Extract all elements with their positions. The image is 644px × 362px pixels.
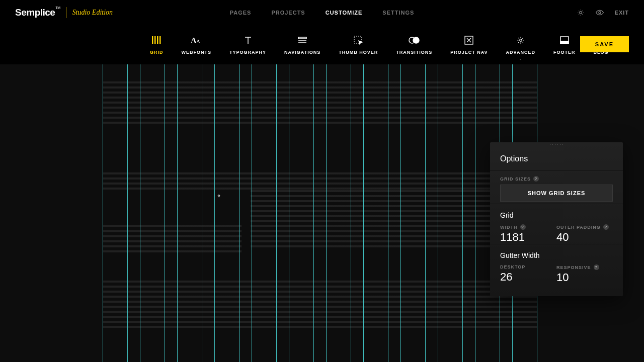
tool-navigations-label: NAVIGATIONS (284, 50, 320, 55)
help-icon[interactable]: ? (594, 264, 599, 270)
edition-label: Studio Edition (72, 9, 113, 17)
tool-advanced-label: ADVANCED (506, 50, 535, 55)
tool-transitions-label: TRANSITIONS (396, 50, 432, 55)
tool-footer[interactable]: FOOTER (544, 35, 585, 55)
tool-navigations[interactable]: NAVIGATIONS (275, 35, 330, 55)
gutter-subtitle: Gutter Width (490, 244, 623, 262)
nav-projects[interactable]: PROJECTS (271, 10, 305, 16)
advanced-icon (516, 35, 525, 46)
brand-tm: TM (55, 6, 60, 10)
svg-rect-8 (298, 37, 306, 39)
tool-webfonts-label: WEBFONTS (182, 50, 212, 55)
tool-advanced[interactable]: ADVANCED ⌄ (497, 35, 544, 55)
nav-pages[interactable]: PAGES (230, 10, 252, 16)
grid-column (438, 64, 463, 362)
tool-thumb-hover[interactable]: THUMB HOVER (330, 35, 387, 55)
help-icon[interactable]: ? (533, 176, 539, 182)
preview-icon[interactable] (596, 9, 604, 17)
help-icon[interactable]: ? (603, 224, 609, 230)
customize-toolbar: GRID AA WEBFONTS TYPOGRAPHY NAVIGATIONS … (0, 25, 644, 64)
panel-drag-handle[interactable] (490, 142, 623, 146)
grid-columns (103, 64, 537, 362)
grid-sizes-label: GRID SIZES? (500, 176, 613, 182)
outer-padding-label: OUTER PADDING? (556, 224, 613, 230)
grid-row: WIDTH? 1181 OUTER PADDING? 40 (490, 222, 623, 244)
width-value[interactable]: 1181 (500, 231, 556, 244)
top-nav: PAGES PROJECTS CUSTOMIZE SETTINGS (230, 10, 415, 16)
svg-rect-5 (159, 36, 161, 44)
nav-customize[interactable]: CUSTOMIZE (326, 10, 363, 16)
width-field[interactable]: WIDTH? 1181 (500, 224, 556, 244)
desktop-value[interactable]: 26 (500, 270, 556, 284)
gutter-row: DESKTOP 26 RESPONSIVE? 10 (490, 262, 623, 284)
help-icon[interactable]: ? (520, 224, 526, 230)
nav-settings[interactable]: SETTINGS (382, 10, 414, 16)
toolbar-tools: GRID AA WEBFONTS TYPOGRAPHY NAVIGATIONS … (141, 35, 617, 55)
svg-point-15 (519, 39, 522, 42)
tool-grid-label: GRID (150, 50, 164, 55)
svg-text:A: A (196, 38, 200, 44)
responsive-value[interactable]: 10 (556, 271, 613, 284)
brightness-icon[interactable] (577, 9, 585, 17)
grid-sizes-section: GRID SIZES? SHOW GRID SIZES (490, 170, 623, 204)
svg-point-0 (579, 12, 582, 14)
grid-icon (152, 35, 161, 46)
options-panel: Options GRID SIZES? SHOW GRID SIZES Grid… (490, 142, 623, 296)
tool-typography[interactable]: TYPOGRAPHY (220, 35, 275, 55)
save-button[interactable]: SAVE (580, 36, 629, 52)
outer-padding-field[interactable]: OUTER PADDING? 40 (556, 224, 613, 244)
svg-point-1 (599, 12, 601, 14)
brand-name: Semplice (15, 7, 55, 18)
grid-column (140, 64, 165, 362)
svg-rect-3 (154, 36, 156, 44)
tool-project-nav[interactable]: PROJECT NAV (441, 35, 497, 55)
tool-grid[interactable]: GRID (141, 35, 173, 55)
logo-area: SempliceTM Studio Edition (15, 7, 113, 18)
grid-column (103, 64, 128, 362)
svg-rect-4 (157, 36, 158, 44)
thumb-hover-icon (354, 35, 363, 46)
navigations-icon (298, 35, 307, 46)
panel-title: Options (490, 146, 623, 170)
grid-subtitle: Grid (490, 204, 623, 222)
grid-column (400, 64, 426, 362)
footer-icon (560, 35, 569, 46)
width-label: WIDTH? (500, 224, 556, 230)
grid-column (326, 64, 351, 362)
header-right: EXIT (577, 9, 629, 17)
tool-typography-label: TYPOGRAPHY (229, 50, 266, 55)
chevron-down-icon: ⌄ (519, 56, 522, 61)
tool-thumb-hover-label: THUMB HOVER (339, 50, 378, 55)
outer-padding-value[interactable]: 40 (556, 231, 613, 244)
svg-rect-2 (152, 36, 153, 44)
tool-transitions[interactable]: TRANSITIONS (387, 35, 441, 55)
tool-project-nav-label: PROJECT NAV (450, 50, 488, 55)
svg-point-13 (413, 37, 419, 43)
grid-column (214, 64, 239, 362)
logo-divider (66, 7, 66, 18)
project-nav-icon (464, 35, 473, 46)
desktop-field[interactable]: DESKTOP 26 (500, 264, 556, 284)
cursor-icon: ⌖ (217, 193, 220, 199)
webfonts-icon: AA (191, 35, 202, 46)
grid-column (177, 64, 202, 362)
grid-column (252, 64, 277, 362)
responsive-field[interactable]: RESPONSIVE? 10 (556, 264, 613, 284)
tool-footer-label: FOOTER (553, 50, 576, 55)
transitions-icon (408, 35, 421, 46)
typography-icon (244, 35, 252, 46)
exit-button[interactable]: EXIT (615, 10, 629, 16)
grid-column (289, 64, 314, 362)
responsive-label: RESPONSIVE? (556, 264, 613, 270)
desktop-label: DESKTOP (500, 264, 556, 269)
app-header: SempliceTM Studio Edition PAGES PROJECTS… (0, 0, 644, 25)
tool-webfonts[interactable]: AA WEBFONTS (173, 35, 221, 55)
show-grid-sizes-button[interactable]: SHOW GRID SIZES (500, 185, 613, 202)
grid-column (363, 64, 388, 362)
brand-logo[interactable]: SempliceTM (15, 7, 60, 18)
svg-rect-17 (560, 41, 569, 44)
